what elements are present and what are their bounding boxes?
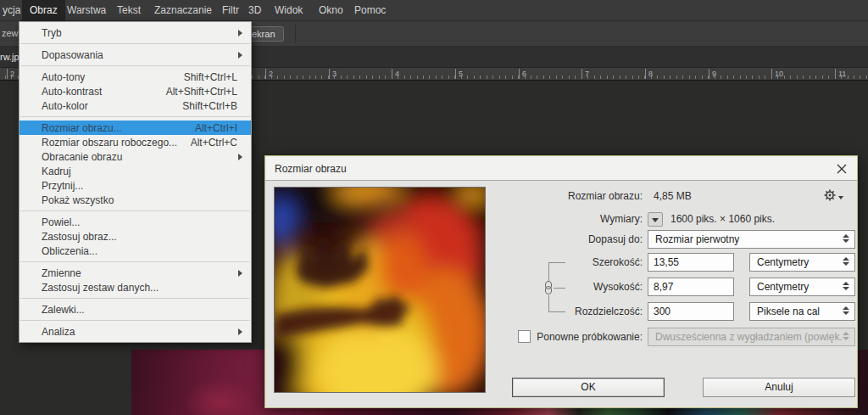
cancel-button[interactable]: Anuluj bbox=[703, 378, 855, 397]
width-input[interactable] bbox=[648, 253, 734, 272]
menu-item-kadruj[interactable]: Kadruj bbox=[19, 164, 251, 178]
menu-item-pokaz-wszystko[interactable]: Pokaż wszystko bbox=[19, 193, 251, 207]
menubar-item-3d[interactable]: 3D bbox=[248, 0, 261, 21]
menu-item-zmienne[interactable]: Zmienne bbox=[19, 266, 251, 280]
ok-button[interactable]: OK bbox=[512, 378, 665, 397]
dimensions-value: 1600 piks. × 1060 piks. bbox=[670, 210, 775, 228]
menu-separator bbox=[20, 298, 250, 299]
resolution-unit-select[interactable]: Piksele na cal bbox=[749, 302, 855, 321]
menu-separator bbox=[20, 261, 250, 262]
menu-item-zalewki[interactable]: Zalewki... bbox=[19, 302, 251, 317]
select-arrows-icon bbox=[843, 234, 849, 243]
menu-separator bbox=[20, 43, 250, 44]
dimensions-unit-dropdown-icon[interactable] bbox=[648, 212, 663, 227]
menubar-item-warstwa[interactable]: Warstwa bbox=[67, 0, 106, 21]
gear-icon[interactable] bbox=[824, 189, 843, 201]
resample-select: Dwusześcienna z wygładzaniem (powięk. bbox=[648, 328, 855, 346]
ruler-number: 7 bbox=[581, 69, 589, 79]
menubar-item-pomoc[interactable]: Pomoc bbox=[354, 0, 386, 21]
width-unit-select[interactable]: Centymetry bbox=[749, 253, 855, 272]
menu-item-obracanie-obrazu[interactable]: Obracanie obrazu bbox=[19, 149, 251, 164]
resample-checkbox[interactable] bbox=[518, 330, 531, 343]
menu-item-auto-kolor[interactable]: Auto-kolor Shift+Ctrl+B bbox=[19, 98, 251, 113]
image-preview[interactable] bbox=[274, 187, 486, 393]
close-icon[interactable] bbox=[835, 162, 849, 176]
dialog-title: Rozmiar obrazu bbox=[275, 163, 347, 175]
menu-separator bbox=[20, 320, 250, 321]
ruler-number: 2 bbox=[265, 69, 273, 79]
menu-item-auto-tony[interactable]: Auto-tony Shift+Ctrl+L bbox=[19, 70, 251, 84]
ruler-number: 6 bbox=[519, 69, 526, 79]
menu-item-obliczenia[interactable]: Obliczenia... bbox=[19, 244, 251, 258]
submenu-arrow-icon bbox=[238, 52, 242, 59]
image-size-dialog: Rozmiar obrazu bbox=[264, 155, 858, 408]
menubar-item-obraz[interactable]: Obraz bbox=[22, 0, 65, 21]
dimensions-label: Wymiary: bbox=[469, 210, 643, 228]
menu-item-rozmiar-obrazu[interactable]: Rozmiar obrazu... Alt+Ctrl+I bbox=[19, 121, 251, 135]
select-arrows-icon bbox=[843, 306, 849, 315]
menu-bar: ycja Obraz Warstwa Tekst Zaznaczanie Fil… bbox=[0, 0, 868, 21]
size-value: 4,85 MB bbox=[654, 187, 692, 205]
ruler-number: 8 bbox=[645, 69, 653, 79]
image-menu-dropdown: Tryb Dopasowania Auto-tony Shift+Ctrl+L … bbox=[19, 21, 252, 343]
menu-item-rozmiar-obszaru[interactable]: Rozmiar obszaru roboczego... Alt+Ctrl+C bbox=[19, 135, 251, 149]
menubar-item-edycja-partial[interactable]: ycja bbox=[3, 0, 20, 21]
photoshop-window: ycja Obraz Warstwa Tekst Zaznaczanie Fil… bbox=[0, 0, 868, 415]
resolution-input[interactable] bbox=[648, 302, 734, 321]
select-arrows-icon bbox=[843, 332, 849, 340]
menu-separator bbox=[20, 116, 250, 117]
menu-item-zastosuj-zestaw[interactable]: Zastosuj zestaw danych... bbox=[19, 280, 251, 294]
ruler-number: 10 bbox=[771, 69, 783, 79]
resample-label: Ponowne próbkowanie: bbox=[537, 328, 643, 346]
menubar-item-zaznaczanie[interactable]: Zaznaczanie bbox=[154, 0, 212, 21]
menu-item-auto-kontrast[interactable]: Auto-kontrast Alt+Shift+Ctrl+L bbox=[19, 84, 251, 98]
ruler-number: 5 bbox=[455, 69, 463, 79]
select-arrows-icon bbox=[843, 282, 849, 290]
menu-separator bbox=[20, 210, 250, 211]
ruler-number: 3 bbox=[329, 69, 337, 79]
menubar-item-filtr[interactable]: Filtr bbox=[222, 0, 239, 21]
size-label: Rozmiar obrazu: bbox=[469, 187, 643, 205]
document-tab-fragment[interactable]: rw.jp bbox=[0, 52, 19, 62]
menubar-item-widok[interactable]: Widok bbox=[275, 0, 303, 21]
dialog-title-bar: Rozmiar obrazu bbox=[265, 156, 857, 181]
height-input[interactable] bbox=[648, 278, 734, 296]
menu-item-tryb[interactable]: Tryb bbox=[19, 25, 251, 40]
submenu-arrow-icon bbox=[238, 328, 242, 335]
gear-menu-arrow-icon bbox=[838, 196, 843, 199]
menu-item-zastosuj-obraz[interactable]: Zastosuj obraz... bbox=[19, 229, 251, 244]
fit-to-select[interactable]: Rozmiar pierwotny bbox=[648, 230, 855, 249]
select-arrows-icon bbox=[843, 257, 849, 266]
menu-item-przytnij[interactable]: Przytnij... bbox=[19, 178, 251, 193]
menubar-item-tekst[interactable]: Tekst bbox=[117, 0, 141, 21]
constrain-proportions-bracket bbox=[548, 262, 567, 312]
ruler-number: 9 bbox=[709, 69, 716, 79]
menu-item-analiza[interactable]: Analiza bbox=[19, 324, 251, 339]
ruler-number: 11 bbox=[835, 69, 846, 79]
menu-separator bbox=[20, 65, 250, 66]
height-unit-select[interactable]: Centymetry bbox=[749, 278, 855, 296]
menubar-item-okno[interactable]: Okno bbox=[319, 0, 343, 21]
fit-to-label: Dopasuj do: bbox=[469, 230, 643, 249]
submenu-arrow-icon bbox=[238, 30, 242, 36]
ruler-number: 2 bbox=[7, 69, 14, 79]
link-icon[interactable] bbox=[543, 281, 554, 295]
submenu-arrow-icon bbox=[238, 154, 242, 160]
options-bar-separator bbox=[295, 25, 296, 43]
ruler-number: 4 bbox=[392, 69, 399, 79]
submenu-arrow-icon bbox=[238, 270, 242, 277]
menu-item-powiel[interactable]: Powiel... bbox=[19, 215, 251, 229]
menu-item-dopasowania[interactable]: Dopasowania bbox=[19, 48, 251, 62]
